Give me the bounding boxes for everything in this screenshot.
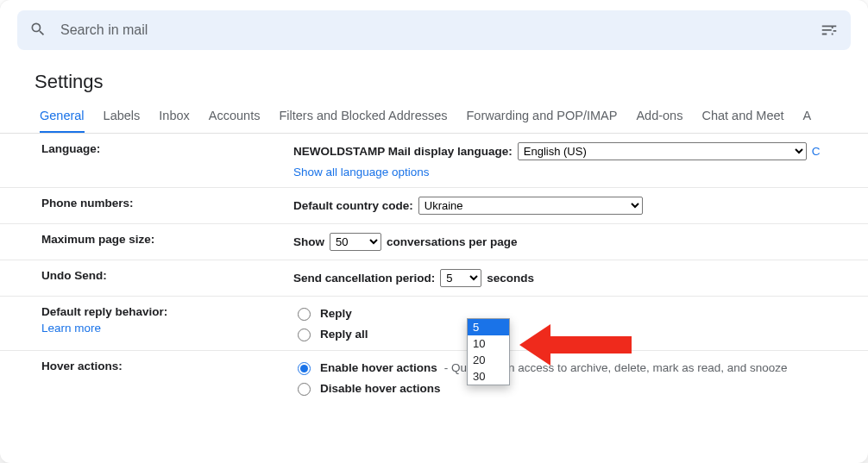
disable-hover-radio[interactable] [298, 383, 311, 396]
show-all-languages-link[interactable]: Show all language options [293, 166, 859, 178]
section-page-size: Maximum page size: Show 50 conversations… [0, 224, 868, 260]
page-size-prefix: Show [293, 235, 324, 248]
tab-more[interactable]: A [803, 109, 812, 133]
display-language-select[interactable]: English (US) [518, 142, 807, 160]
search-icon[interactable] [29, 21, 47, 41]
tab-accounts[interactable]: Accounts [209, 109, 261, 133]
display-language-label: NEWOLDSTAMP Mail display language: [293, 145, 513, 158]
page-title: Settings [35, 71, 868, 93]
undo-send-label: Undo Send: [41, 269, 293, 282]
dropdown-option-10[interactable]: 10 [468, 335, 509, 352]
country-code-select[interactable]: Ukraine [418, 197, 643, 215]
search-input[interactable] [59, 22, 808, 39]
section-language: Language: NEWOLDSTAMP Mail display langu… [0, 134, 868, 188]
tab-addons[interactable]: Add-ons [636, 109, 682, 133]
enable-hover-label: Enable hover actions [320, 361, 437, 374]
dropdown-option-5[interactable]: 5 [468, 319, 509, 335]
reply-radio-label: Reply [320, 307, 352, 320]
language-label: Language: [41, 142, 293, 155]
cancel-period-suffix: seconds [487, 272, 534, 285]
tab-filters[interactable]: Filters and Blocked Addresses [279, 109, 447, 133]
language-change-link[interactable]: C [812, 145, 821, 158]
country-code-label: Default country code: [293, 199, 413, 212]
section-undo-send: Undo Send: Send cancellation period: 5 s… [0, 260, 868, 297]
default-reply-label: Default reply behavior: [41, 305, 293, 318]
settings-tabs: General Labels Inbox Accounts Filters an… [0, 109, 868, 134]
section-default-reply: Default reply behavior: Learn more Reply… [0, 297, 868, 351]
search-bar [17, 10, 851, 50]
cancel-period-label: Send cancellation period: [293, 272, 435, 285]
phone-label: Phone numbers: [41, 197, 293, 210]
cancel-period-dropdown-open: 5 10 20 30 [467, 318, 510, 385]
page-size-label: Maximum page size: [41, 233, 293, 246]
dropdown-option-30[interactable]: 30 [468, 368, 509, 385]
reply-all-radio[interactable] [298, 328, 311, 341]
cancel-period-select[interactable]: 5 [440, 269, 481, 287]
reply-radio[interactable] [298, 308, 311, 321]
reply-all-radio-label: Reply all [320, 328, 368, 341]
disable-hover-label: Disable hover actions [320, 382, 441, 395]
search-options-icon[interactable] [820, 20, 839, 41]
tab-labels[interactable]: Labels [104, 109, 141, 133]
page-size-select[interactable]: 50 [330, 233, 381, 251]
tab-inbox[interactable]: Inbox [159, 109, 189, 133]
section-phone: Phone numbers: Default country code: Ukr… [0, 188, 868, 224]
learn-more-link[interactable]: Learn more [41, 322, 293, 335]
tab-chat[interactable]: Chat and Meet [701, 109, 783, 133]
section-hover-actions: Hover actions: Enable hover actions - Qu… [0, 351, 868, 404]
tab-general[interactable]: General [40, 109, 85, 134]
enable-hover-radio[interactable] [298, 362, 311, 375]
hover-actions-label: Hover actions: [41, 360, 293, 372]
page-size-suffix: conversations per page [387, 235, 518, 248]
tab-forwarding[interactable]: Forwarding and POP/IMAP [467, 109, 618, 133]
dropdown-option-20[interactable]: 20 [468, 352, 509, 368]
